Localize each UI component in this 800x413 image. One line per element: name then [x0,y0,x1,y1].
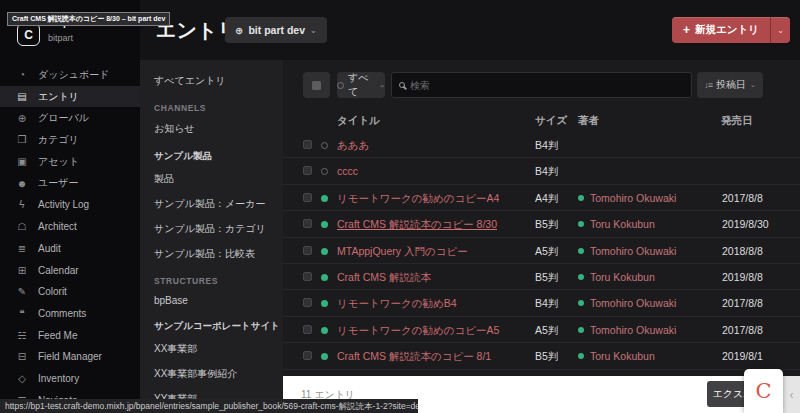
sidebar-item-field-manager[interactable]: ⊟ Field Manager [0,346,140,368]
sidebar-item-architect[interactable]: ☖ Architect [0,216,140,238]
row-checkbox[interactable] [303,325,312,334]
source-heading-structures[interactable]: STRUCTURES [140,266,283,289]
sidebar-item-assets[interactable]: ▣ アセット [0,151,140,173]
checkbox-icon [312,81,321,90]
source-sample-comparison[interactable]: サンプル製品：比較表 [140,241,283,266]
box-icon: ◇ [15,373,29,384]
source-heading-channels[interactable]: CHANNELS [140,93,283,116]
author-name: Tomohiro Okuwaki [590,297,676,309]
globe-icon: ⊕ [15,113,29,124]
entry-status-icon [321,168,328,175]
sidebar-item-globals[interactable]: ⊕ グローバル [0,107,140,129]
column-header-title[interactable]: タイトル [337,114,380,128]
select-all-checkbox[interactable] [303,72,330,98]
sidebar-item-calendar[interactable]: ⊞ Calendar [0,259,140,281]
craft-logo[interactable]: C [17,23,40,46]
source-group-corporate-site[interactable]: サンプルコーポレートサイト [140,311,283,336]
sidebar-item-entries[interactable]: ▤ エントリ [0,86,140,108]
entry-author: Tomohiro Okuwaki [578,324,676,336]
sidebar-item-label: グローバル [38,111,89,125]
row-checkbox[interactable] [303,140,312,149]
image-icon: ▣ [15,156,29,167]
author-status-icon [578,300,584,306]
entry-status-icon [321,353,328,360]
source-products[interactable]: 製品 [140,166,283,191]
feed-icon: ☵ [15,330,29,341]
entry-author: Tomohiro Okuwaki [578,245,676,257]
row-checkbox[interactable] [303,298,312,307]
sidebar-item-label: Field Manager [38,351,102,362]
entry-title-link[interactable]: Craft CMS 解説読本のコピー 8/30 [337,218,497,232]
entry-title-link[interactable]: リモートワークの勧めのコピーA5 [337,324,499,338]
table-row[interactable]: リモートワークの勧めのコピーA4 A4判 Tomohiro Okuwaki 20… [283,185,800,211]
entry-title-link[interactable]: Craft CMS 解説読本のコピー 8/1 [337,350,491,364]
sidebar-item-activity-log[interactable]: ϟ Activity Log [0,194,140,216]
author-name: Toru Kokubun [590,218,655,230]
source-sidebar: すべてエントリCHANNELSお知らせサンプル製品製品サンプル製品：メーカーサン… [140,60,283,413]
table-row[interactable]: Craft CMS 解説読本のコピー 8/1 B5判 Toru Kokubun … [283,343,800,369]
speech-bubble-icon: ❝ [15,308,29,319]
entry-author: Toru Kokubun [578,218,655,230]
table-row[interactable]: あああ B4判 [283,132,800,158]
row-checkbox[interactable] [303,246,312,255]
status-filter-button[interactable]: すべて ⌄ [337,72,385,98]
source-sample-category[interactable]: サンプル製品：カテゴリ [140,216,283,241]
table-row[interactable]: MTAppjQuery 入門のコピー A5判 Tomohiro Okuwaki … [283,238,800,264]
sidebar-item-label: エントリ [38,90,79,104]
sidebar-item-categories[interactable]: ❐ カテゴリ [0,129,140,151]
entry-release-date: 2019/8/1 [722,350,763,362]
table-row[interactable]: リモートワークの勧めのコピーA5 A5判 Tomohiro Okuwaki 20… [283,317,800,343]
entry-author: Toru Kokubun [578,271,655,283]
row-checkbox[interactable] [303,193,312,202]
source-xx-division[interactable]: XX事業部 [140,336,283,361]
document-icon: ≣ [15,243,29,254]
sort-button[interactable]: ↓≡ 投稿日 ⌄ [697,72,763,98]
row-checkbox[interactable] [303,219,312,228]
site-select-button[interactable]: ⊕ bit part dev ⌄ [225,17,327,43]
entry-size: B4判 [535,165,558,179]
table-row[interactable]: リモートワークの勧めB4 B4判 Tomohiro Okuwaki 2017/8… [283,290,800,316]
column-header-author[interactable]: 著者 [578,114,599,128]
author-status-icon [578,221,584,227]
column-header-size[interactable]: サイズ [535,114,567,128]
entry-title-link[interactable]: あああ [337,139,369,153]
sidebar-item-dashboard[interactable]: ◔ ダッシュボード [0,64,140,86]
row-checkbox[interactable] [303,166,312,175]
source-news[interactable]: お知らせ [140,116,283,141]
source-xx-case-studies[interactable]: XX事業部事例紹介 [140,361,283,386]
sidebar-item-inventory[interactable]: ◇ Inventory [0,368,140,390]
table-row[interactable]: Craft CMS 解説読本のコピー 8/30 B5判 Toru Kokubun… [283,211,800,237]
sidebar-item-comments[interactable]: ❝ Comments [0,303,140,325]
entry-title-link[interactable]: リモートワークの勧めB4 [337,297,457,311]
search-input[interactable] [410,80,684,91]
status-filter-label: すべて [348,71,375,99]
sidebar-item-feed-me[interactable]: ☵ Feed Me [0,324,140,346]
source-bpbase[interactable]: bpBase [140,289,283,311]
entry-title-link[interactable]: Craft CMS 解説読本 [337,271,431,285]
row-checkbox[interactable] [303,272,312,281]
sidebar-item-users[interactable]: ☻ ユーザー [0,172,140,194]
entry-title-link[interactable]: MTAppjQuery 入門のコピー [337,245,468,259]
new-entry-button[interactable]: + 新規エントリ [672,17,770,43]
source-all-entries[interactable]: すべてエントリ [140,68,283,93]
sort-descending-icon: ↓≡ [704,80,712,90]
table-row[interactable]: Craft CMS 解説読本 B5判 Toru Kokubun 2019/8/8 [283,264,800,290]
column-header-date[interactable]: 発売日 [721,114,753,128]
sidebar-item-audit[interactable]: ≣ Audit [0,238,140,260]
entry-title-link[interactable]: リモートワークの勧めのコピーA4 [337,192,499,206]
new-entry-dropdown-button[interactable]: ⌄ [770,17,790,43]
entry-release-date: 2017/8/8 [722,324,763,336]
entry-status-icon [321,274,328,281]
source-group-sample-products[interactable]: サンプル製品 [140,141,283,166]
back-chevron-button[interactable]: ‹ [783,376,800,413]
entry-status-icon [321,300,328,307]
entry-title-link[interactable]: cccc [337,165,358,177]
sidebar-item-colorit[interactable]: ✎ Colorit [0,281,140,303]
craft-cms-window: C bit part dev ⌄ bitpart ◔ ダッシュボード ▤ エント… [0,0,800,413]
entry-size: A5判 [535,245,558,259]
table-row[interactable]: cccc B4判 [283,158,800,184]
source-sample-maker[interactable]: サンプル製品：メーカー [140,191,283,216]
craft-badge-button[interactable]: C [744,369,783,413]
entry-release-date: 2017/8/8 [722,192,763,204]
row-checkbox[interactable] [303,351,312,360]
